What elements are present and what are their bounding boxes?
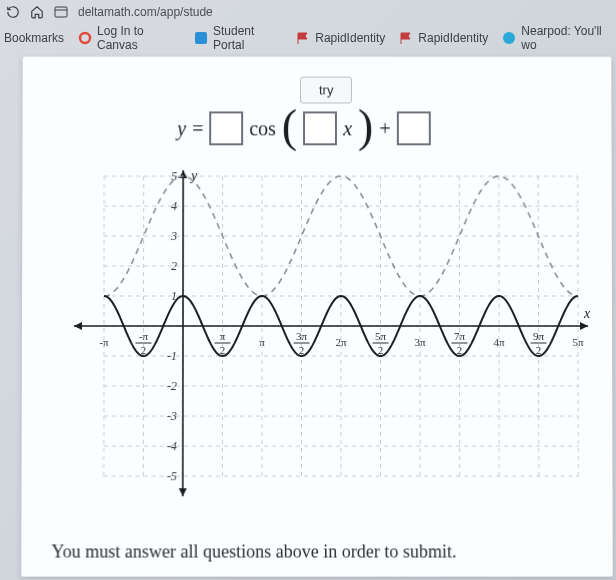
svg-rect-3	[195, 32, 207, 44]
bookmarks-bar: Bookmarks Log In to CanvasStudent Portal…	[0, 24, 616, 52]
site-icon	[54, 5, 68, 19]
svg-text:π: π	[259, 336, 265, 348]
footer-message: You must answer all questions above in o…	[51, 541, 456, 562]
svg-text:3: 3	[170, 229, 177, 243]
svg-text:4: 4	[171, 199, 177, 213]
svg-rect-0	[55, 7, 67, 17]
svg-text:2: 2	[171, 259, 177, 273]
bookmark-item[interactable]: Log In to Canvas	[78, 24, 180, 52]
svg-text:2: 2	[299, 344, 304, 356]
svg-text:-π: -π	[139, 330, 149, 342]
bookmark-label: RapidIdentity	[418, 31, 488, 45]
svg-text:π: π	[220, 330, 226, 342]
equation-x: x	[343, 117, 352, 140]
svg-text:4π: 4π	[494, 336, 506, 348]
svg-text:2: 2	[536, 344, 542, 356]
square-icon	[194, 31, 208, 45]
bookmark-item[interactable]: RapidIdentity	[399, 31, 488, 45]
svg-text:y: y	[189, 168, 198, 183]
flag-icon	[296, 31, 310, 45]
equation-plus: +	[379, 117, 390, 140]
page-content: try y = cos ( x ) + -5-4-3-2-112345-π-π2…	[21, 57, 612, 577]
equation: y = cos ( x ) +	[177, 111, 430, 145]
svg-text:5π: 5π	[375, 330, 387, 342]
svg-text:2: 2	[141, 344, 147, 356]
svg-text:5π: 5π	[573, 336, 585, 348]
svg-text:3π: 3π	[414, 336, 426, 348]
svg-text:-4: -4	[167, 439, 177, 453]
equation-equals: =	[192, 117, 203, 140]
equation-func: cos	[249, 117, 276, 140]
equation-y: y	[177, 117, 186, 140]
bookmark-item[interactable]: RapidIdentity	[296, 31, 385, 45]
svg-text:7π: 7π	[454, 330, 466, 342]
home-icon[interactable]	[30, 5, 44, 19]
ring-icon	[78, 31, 92, 45]
reload-icon[interactable]	[6, 5, 20, 19]
amplitude-blank[interactable]	[209, 111, 243, 145]
try-button-label: try	[319, 83, 333, 98]
frequency-blank[interactable]	[303, 111, 337, 145]
svg-text:-3: -3	[167, 409, 177, 423]
bookmark-item[interactable]: Student Portal	[194, 24, 282, 52]
url-fragment: deltamath.com/app/stude	[78, 5, 213, 19]
try-button[interactable]: try	[300, 77, 352, 104]
svg-text:2: 2	[457, 344, 463, 356]
svg-point-4	[503, 32, 515, 44]
shift-blank[interactable]	[397, 111, 431, 145]
bookmark-label: Student Portal	[213, 24, 282, 52]
bookmark-label: Log In to Canvas	[97, 24, 180, 52]
svg-text:x: x	[583, 306, 591, 321]
bookmark-item[interactable]: Nearpod: You'll wo	[502, 24, 612, 52]
svg-text:2π: 2π	[335, 336, 347, 348]
browser-toolbar: deltamath.com/app/stude	[0, 0, 616, 24]
svg-point-2	[80, 33, 90, 43]
svg-text:-2: -2	[167, 379, 177, 393]
svg-text:-5: -5	[167, 469, 177, 483]
svg-text:2: 2	[378, 344, 384, 356]
svg-text:3π: 3π	[296, 330, 308, 342]
bookmarks-label: Bookmarks	[4, 31, 64, 45]
graph: -5-4-3-2-112345-π-π2π2π3π22π5π23π7π24π9π…	[43, 166, 596, 516]
svg-text:-π: -π	[99, 336, 109, 348]
svg-text:-1: -1	[167, 349, 177, 363]
svg-text:9π: 9π	[533, 330, 545, 342]
bookmark-label: RapidIdentity	[315, 31, 385, 45]
flag-icon	[399, 31, 413, 45]
circle-icon	[502, 31, 516, 45]
svg-text:2: 2	[220, 344, 226, 356]
bookmark-label: Nearpod: You'll wo	[521, 24, 612, 52]
